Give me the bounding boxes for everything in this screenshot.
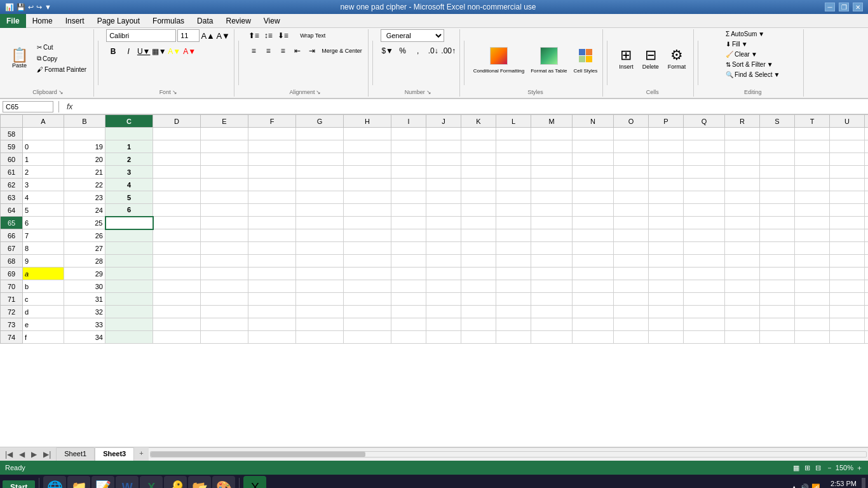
table-cell[interactable] xyxy=(684,331,725,344)
table-cell[interactable] xyxy=(649,191,684,204)
table-cell[interactable] xyxy=(496,179,531,191)
table-cell[interactable] xyxy=(296,293,344,306)
quick-customize[interactable]: ▼ xyxy=(44,3,51,11)
table-cell[interactable] xyxy=(830,331,865,344)
table-cell[interactable]: 7 xyxy=(23,229,64,242)
fill-color-button[interactable]: A▼ xyxy=(167,45,181,58)
table-cell[interactable] xyxy=(830,280,865,293)
taskbar-notepad[interactable]: 📝 xyxy=(92,476,114,488)
minimize-button[interactable]: ─ xyxy=(825,3,835,11)
increase-font-button[interactable]: A▲ xyxy=(201,29,215,42)
table-cell[interactable] xyxy=(496,306,531,318)
table-cell[interactable] xyxy=(531,331,573,344)
menu-view[interactable]: View xyxy=(257,14,287,28)
table-cell[interactable] xyxy=(865,229,869,242)
table-cell[interactable] xyxy=(201,191,248,204)
table-cell[interactable] xyxy=(461,128,496,140)
col-header-A[interactable]: A xyxy=(23,115,64,128)
table-cell[interactable]: 8 xyxy=(23,242,64,255)
table-cell[interactable] xyxy=(426,179,461,191)
table-cell[interactable] xyxy=(531,140,573,153)
table-cell[interactable] xyxy=(830,318,865,331)
table-cell[interactable] xyxy=(865,242,869,255)
table-cell[interactable] xyxy=(725,217,760,229)
table-cell[interactable] xyxy=(573,191,614,204)
italic-button[interactable]: I xyxy=(121,45,135,58)
table-cell[interactable] xyxy=(153,128,201,140)
table-cell[interactable] xyxy=(248,204,296,217)
table-cell[interactable] xyxy=(461,217,496,229)
fill-button[interactable]: ⬇ Fill ▼ xyxy=(722,39,751,49)
table-cell[interactable] xyxy=(391,306,426,318)
table-cell[interactable] xyxy=(865,280,869,293)
horizontal-scrollbar[interactable] xyxy=(150,451,867,458)
table-cell[interactable] xyxy=(201,204,248,217)
decrease-decimal-button[interactable]: .0↓ xyxy=(426,44,440,57)
col-header-D[interactable]: D xyxy=(153,115,201,128)
table-cell[interactable] xyxy=(649,242,684,255)
table-cell[interactable] xyxy=(649,293,684,306)
table-cell[interactable] xyxy=(201,242,248,255)
table-cell[interactable] xyxy=(725,293,760,306)
table-cell[interactable]: 20 xyxy=(64,153,105,166)
table-cell[interactable] xyxy=(760,140,795,153)
menu-page-layout[interactable]: Page Layout xyxy=(91,14,146,28)
table-cell[interactable] xyxy=(614,242,649,255)
col-header-E[interactable]: E xyxy=(201,115,248,128)
table-cell[interactable] xyxy=(391,318,426,331)
table-cell[interactable] xyxy=(105,331,153,344)
table-cell[interactable] xyxy=(201,140,248,153)
table-cell[interactable] xyxy=(391,153,426,166)
table-cell[interactable] xyxy=(865,128,869,140)
col-header-K[interactable]: K xyxy=(461,115,496,128)
table-cell[interactable] xyxy=(614,128,649,140)
table-cell[interactable] xyxy=(760,331,795,344)
table-cell[interactable] xyxy=(426,293,461,306)
table-cell[interactable]: 4 xyxy=(23,191,64,204)
taskbar-folder[interactable]: 📁 xyxy=(67,476,90,488)
decrease-font-button[interactable]: A▼ xyxy=(216,29,230,42)
table-cell[interactable] xyxy=(573,268,614,280)
table-cell[interactable] xyxy=(649,229,684,242)
top-align-button[interactable]: ⬆≡ xyxy=(247,29,261,42)
table-cell[interactable] xyxy=(614,179,649,191)
name-box[interactable] xyxy=(3,101,53,112)
merge-center-button[interactable]: Merge & Center xyxy=(320,44,364,57)
table-cell[interactable] xyxy=(865,293,869,306)
view-pagebreak-icon[interactable]: ⊟ xyxy=(815,464,821,472)
table-cell[interactable] xyxy=(573,306,614,318)
table-cell[interactable] xyxy=(531,318,573,331)
table-cell[interactable] xyxy=(105,306,153,318)
table-cell[interactable] xyxy=(830,191,865,204)
table-cell[interactable] xyxy=(531,268,573,280)
table-cell[interactable]: 2 xyxy=(105,153,153,166)
table-cell[interactable] xyxy=(795,166,830,179)
col-header-I[interactable]: I xyxy=(391,115,426,128)
delete-button[interactable]: ⊟ Delete xyxy=(639,45,662,72)
view-layout-icon[interactable]: ⊞ xyxy=(804,464,810,472)
table-cell[interactable] xyxy=(248,280,296,293)
table-cell[interactable] xyxy=(153,318,201,331)
add-sheet-button[interactable]: + xyxy=(134,447,148,461)
table-cell[interactable] xyxy=(461,179,496,191)
table-cell[interactable] xyxy=(496,242,531,255)
table-cell[interactable] xyxy=(461,242,496,255)
table-cell[interactable]: f xyxy=(23,331,64,344)
table-cell[interactable] xyxy=(201,179,248,191)
table-cell[interactable] xyxy=(201,229,248,242)
table-cell[interactable] xyxy=(725,229,760,242)
table-cell[interactable] xyxy=(684,140,725,153)
table-cell[interactable]: 19 xyxy=(64,140,105,153)
table-cell[interactable] xyxy=(344,293,391,306)
table-cell[interactable] xyxy=(795,140,830,153)
table-cell[interactable] xyxy=(461,331,496,344)
tray-arrow[interactable]: ▲ xyxy=(790,484,797,488)
table-cell[interactable] xyxy=(461,293,496,306)
col-header-V[interactable]: V xyxy=(865,115,869,128)
table-cell[interactable] xyxy=(795,331,830,344)
table-cell[interactable] xyxy=(760,242,795,255)
paste-button[interactable]: 📋 Paste xyxy=(6,45,32,72)
table-cell[interactable]: 29 xyxy=(64,268,105,280)
table-cell[interactable] xyxy=(296,280,344,293)
table-cell[interactable] xyxy=(153,280,201,293)
